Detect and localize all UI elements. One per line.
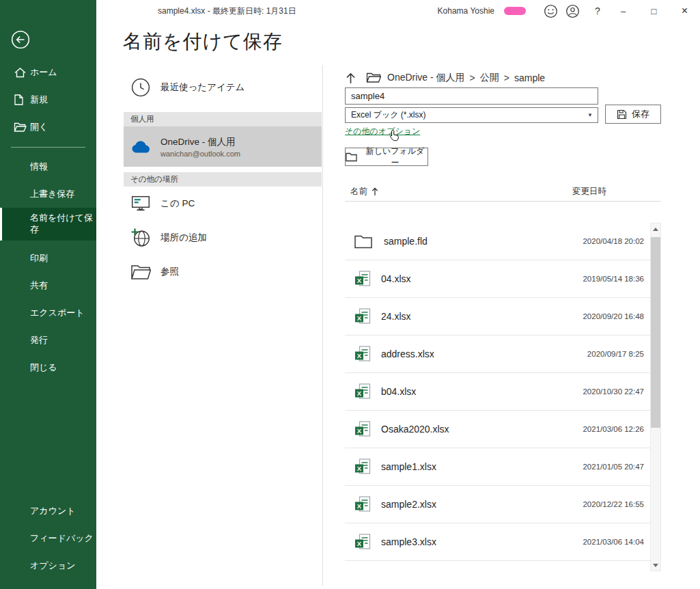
sidebar-item-new[interactable]: 新規 [0,86,96,113]
add-place-globe-icon [129,228,152,248]
new-folder-button[interactable]: 新しいフォルダー [345,148,428,166]
sidebar-item-options[interactable]: オプション [0,552,96,579]
maximize-button[interactable]: □ [639,0,669,22]
section-header-personal: 個人用 [124,112,322,126]
file-row[interactable]: sample.fld 2020/04/18 20:02 [345,223,650,260]
file-row[interactable]: X b04.xlsx 2020/10/30 22:47 [345,373,650,411]
sidebar-item-save[interactable]: 上書き保存 [0,180,96,208]
place-email: wanichan@outlook.com [160,150,240,158]
file-list-scrollbar[interactable] [650,223,661,571]
file-modified-date: 2020/09/20 16:48 [583,312,644,320]
sidebar-item-share[interactable]: 共有 [0,272,96,299]
svg-text:X: X [357,540,362,547]
excel-file-icon: X [354,383,372,400]
sidebar-bottom-nav: アカウント フィードバック オプション [0,497,96,579]
sidebar-item-feedback[interactable]: フィードバック [0,525,96,552]
sidebar-item-home[interactable]: ホーム [0,59,96,86]
sidebar-item-label: 上書き保存 [30,189,74,200]
scroll-down-button[interactable] [651,560,660,571]
up-one-level-icon[interactable] [345,71,356,85]
breadcrumb-segment[interactable]: 公開 [480,72,499,84]
breadcrumb-separator: > [504,72,509,83]
sidebar-item-print[interactable]: 印刷 [0,245,96,272]
sidebar-item-label: ホーム [30,66,57,79]
feedback-smiley-icon[interactable] [544,4,558,18]
file-row[interactable]: X 04.xlsx 2019/05/14 18:36 [345,260,650,298]
sidebar-item-account[interactable]: アカウント [0,497,96,525]
scrollbar-thumb[interactable] [651,237,660,428]
user-badge [504,7,526,15]
filetype-selected-value: Excel ブック (*.xlsx) [351,109,426,121]
excel-file-icon: X [354,345,372,363]
breadcrumb-separator: > [470,72,475,83]
place-label: この PC [160,197,195,210]
sidebar-item-save-as[interactable]: 名前を付けて保存 [0,208,96,241]
onedrive-icon [129,139,152,154]
breadcrumb-folder-icon [366,72,381,83]
back-button[interactable] [11,30,30,49]
account-person-icon[interactable] [565,4,580,18]
place-text: OneDrive - 個人用 wanichan@outlook.com [160,136,240,158]
sidebar-item-export[interactable]: エクスポート [0,299,96,327]
svg-text:X: X [357,502,362,510]
more-options-link[interactable]: その他のオプション [345,126,420,137]
sidebar-item-close[interactable]: 閉じる [0,354,96,381]
file-name: sample1.xlsx [381,461,436,472]
titlebar-right-cluster: Kohama Yoshie ? – □ × [438,0,700,22]
file-row[interactable]: X sample3.xlsx 2021/03/06 14:04 [345,523,650,561]
name-column-label: 名前 [350,186,367,197]
sidebar-item-label: 情報 [30,161,48,173]
file-name: 04.xlsx [381,273,411,284]
help-icon[interactable]: ? [587,5,608,16]
breadcrumb-segment[interactable]: OneDrive - 個人用 [387,72,465,84]
sidebar-item-info[interactable]: 情報 [0,153,96,180]
back-arrow-icon [11,30,30,49]
breadcrumb-segment[interactable]: sample [514,72,545,83]
excel-file-icon: X [354,420,372,438]
place-browse[interactable]: 参照 [124,255,322,289]
file-row[interactable]: X Osaka2020.xlsx 2021/03/06 12:26 [345,411,650,448]
file-modified-date: 2019/05/14 18:36 [583,275,644,283]
place-onedrive[interactable]: OneDrive - 個人用 wanichan@outlook.com [124,126,322,167]
close-button[interactable]: × [669,0,700,22]
file-row[interactable]: X 24.xlsx 2020/09/20 16:48 [345,298,650,335]
save-button[interactable]: 保存 [605,105,661,124]
file-modified-date: 2020/12/22 16:55 [583,500,644,508]
name-column-header[interactable]: 名前 [350,186,378,197]
scroll-up-button[interactable] [651,223,660,234]
user-name[interactable]: Kohama Yoshie [438,6,494,16]
filetype-dropdown[interactable]: Excel ブック (*.xlsx) ▼ [345,107,598,123]
excel-file-icon: X [354,458,372,476]
place-label: 参照 [160,266,179,278]
minimize-button[interactable]: – [608,0,639,22]
file-list-header: 名前 変更日時 [345,182,661,202]
sidebar-divider [11,147,85,148]
file-modified-date: 2020/09/17 8:25 [587,350,644,358]
place-this-pc[interactable]: この PC [124,187,322,221]
save-floppy-icon [617,109,627,120]
pc-icon [129,195,152,213]
folder-icon [354,234,374,249]
file-name: address.xlsx [381,348,434,359]
sidebar-item-open[interactable]: 開く [0,113,96,141]
clock-icon [129,77,152,98]
sidebar-item-label: 印刷 [30,253,48,264]
sort-ascending-icon [372,187,378,196]
file-row[interactable]: X sample1.xlsx 2021/01/05 20:47 [345,448,650,486]
svg-text:X: X [357,389,362,397]
filename-input[interactable] [345,87,598,105]
section-header-other: その他の場所 [124,172,322,187]
modified-column-header[interactable]: 変更日時 [572,186,606,197]
file-row[interactable]: X address.xlsx 2020/09/17 8:25 [345,335,650,373]
new-folder-label: 新しいフォルダー [363,146,428,169]
document-title: sample4.xlsx - 最終更新日時: 1月31日 [158,0,296,22]
panel-divider [322,65,323,586]
file-row[interactable]: X sample2.xlsx 2020/12/22 16:55 [345,486,650,523]
excel-file-icon: X [354,307,372,325]
sidebar-item-publish[interactable]: 発行 [0,327,96,354]
place-recent[interactable]: 最近使ったアイテム [124,70,322,105]
place-add-location[interactable]: 場所の追加 [124,221,322,255]
svg-text:X: X [357,427,362,435]
sidebar-item-label: フィードバック [30,533,94,545]
sidebar-item-label: アカウント [30,506,76,517]
